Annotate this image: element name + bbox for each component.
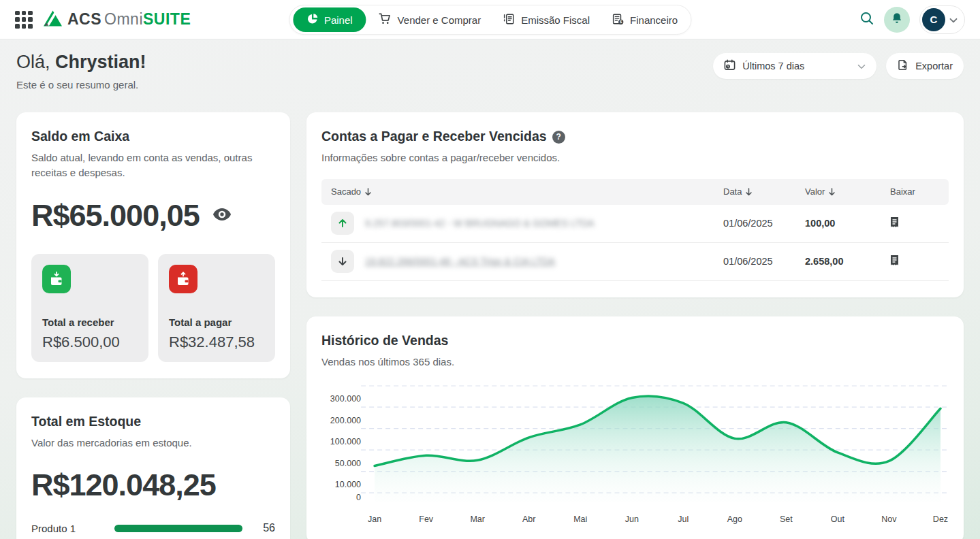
historico-vendas-card: Histórico de Vendas Vendas nos últimos 3… [306,316,964,539]
cart-icon [379,12,392,27]
toggle-balance-visibility-button[interactable] [212,207,232,224]
nav-label: Vender e Comprar [398,14,481,26]
product-bar [114,525,242,532]
topbar: ACS Omni SUITE Painel Vender e Comprar E… [0,0,980,39]
table-row[interactable]: 9.257.803/0001-42 - W BRUGNAGO & GOMES L… [321,205,949,243]
stock-total-amount: R$120.048,25 [31,468,216,503]
total-em-estoque-card: Total em Estoque Valor das mercadorias e… [16,397,290,539]
card-description: Valor das mercadorias em estoque. [31,436,275,451]
total-a-receber-tile: Total a receber R$6.500,00 [31,254,148,362]
sort-down-icon [828,188,836,196]
saldo-em-caixa-card: Saldo em Caixa Saldo atual, levando em c… [16,112,290,378]
col-baixar: Baixar [890,186,939,197]
sort-data[interactable]: Data [723,186,753,197]
svg-text:200.000: 200.000 [330,415,361,425]
brand-logo[interactable]: ACS Omni SUITE [44,10,191,29]
svg-text:Ago: Ago [727,514,742,524]
user-menu[interactable]: C [919,5,965,34]
card-title: Total em Estoque [31,414,275,429]
brand-omni: Omni [104,10,143,29]
row-date: 01/06/2025 [723,218,805,229]
sales-area-chart: 010.00050.000100.000200.000300.000JanFev… [321,379,949,527]
chevron-down-icon [949,14,958,26]
nav-label: Painel [324,14,353,26]
search-button[interactable] [859,11,874,28]
row-value: 2.658,00 [805,256,890,267]
receipt-small-icon [890,255,899,268]
export-button[interactable]: Exportar [886,53,964,79]
card-title: Contas a Pagar e Receber Vencidas? [321,129,949,144]
card-title: Histórico de Vendas [321,333,949,348]
sacado-text: 9.257.803/0001-42 - W BRUGNAGO & GOMES L… [365,218,595,229]
sort-down-icon [364,188,372,196]
svg-text:Abr: Abr [522,514,535,524]
card-description: Informações sobre contas a pagar/receber… [321,150,949,165]
nav-item-painel[interactable]: Painel [293,7,366,32]
cash-balance-amount: R$65.000,05 [31,198,200,233]
eye-icon [212,207,232,224]
page-header: Olá, Chrystian! Este é o seu resumo gera… [16,52,964,91]
svg-text:Set: Set [780,514,793,524]
nav-label: Emissão Fiscal [521,14,590,26]
period-filter-select[interactable]: Últimos 7 dias [713,53,876,79]
contas-table: Sacado Data Valor Baixar 9.257.803/0001-… [321,179,949,281]
help-icon[interactable]: ? [552,131,565,144]
nav-item-financeiro[interactable]: $ Financeiro [602,7,687,32]
page-title: Olá, Chrystian! [16,52,146,73]
export-file-icon [897,59,908,73]
sort-valor[interactable]: Valor [805,186,836,197]
table-header: Sacado Data Valor Baixar [321,179,949,205]
row-date: 01/06/2025 [723,256,805,267]
svg-text:Jan: Jan [368,514,381,524]
page-subtitle: Este é o seu resumo geral. [16,79,146,91]
svg-text:Nov: Nov [881,514,897,524]
svg-text:Jun: Jun [625,514,639,524]
chevron-down-icon [857,61,866,71]
sort-sacado[interactable]: Sacado [331,186,372,197]
baixar-button[interactable] [890,217,899,230]
apps-grid-icon[interactable] [15,11,33,29]
main-nav: Painel Vender e Comprar Emissão Fiscal $… [289,5,691,35]
notifications-button[interactable] [884,7,910,33]
product-value: 56 [252,522,275,534]
product-label: Produto 1 [31,523,105,534]
total-a-pagar-tile: Total a pagar R$32.487,58 [158,254,275,362]
wallet-in-icon [42,265,71,293]
search-icon [859,11,874,28]
acs-triangle-logo-icon [44,10,62,29]
sacado-text: 19.822.266/0001-48 - ACS Trigo & CIA LTD… [365,256,555,267]
avatar: C [922,8,945,31]
svg-text:Jul: Jul [678,514,689,524]
bell-icon [891,12,903,27]
nav-item-emissao-fiscal[interactable]: Emissão Fiscal [493,7,599,32]
tile-label: Total a receber [42,316,138,328]
svg-text:300.000: 300.000 [330,394,361,404]
card-title: Saldo em Caixa [31,129,275,144]
svg-text:Mar: Mar [470,514,485,524]
svg-text:100.000: 100.000 [330,437,361,446]
contas-vencidas-card: Contas a Pagar e Receber Vencidas? Infor… [306,112,964,297]
sort-down-icon [745,188,753,196]
calendar-icon [724,59,736,73]
arrow-down-icon [331,250,354,273]
tile-amount: R$6.500,00 [42,333,138,351]
brand-acs: ACS [67,10,101,29]
svg-text:Dez: Dez [933,514,948,524]
nav-item-vender-comprar[interactable]: Vender e Comprar [369,7,491,32]
brand-suite: SUITE [143,10,191,29]
svg-text:Out: Out [831,514,845,524]
calculator-doc-icon: $ [612,13,624,27]
svg-text:10.000: 10.000 [335,480,361,489]
sales-area-chart-svg: 010.00050.000100.000200.000300.000JanFev… [321,379,949,527]
table-row[interactable]: 19.822.266/0001-48 - ACS Trigo & CIA LTD… [321,243,949,281]
wallet-out-icon [169,265,197,293]
arrow-up-icon [331,212,354,235]
nav-label: Financeiro [630,14,678,26]
card-description: Saldo atual, levando em conta as vendas,… [31,150,275,180]
export-label: Exportar [915,61,953,71]
baixar-button[interactable] [890,255,899,268]
tile-amount: R$32.487,58 [169,333,264,351]
svg-text:Mai: Mai [573,514,587,524]
row-value: 100,00 [805,218,890,229]
svg-text:50.000: 50.000 [335,458,361,468]
